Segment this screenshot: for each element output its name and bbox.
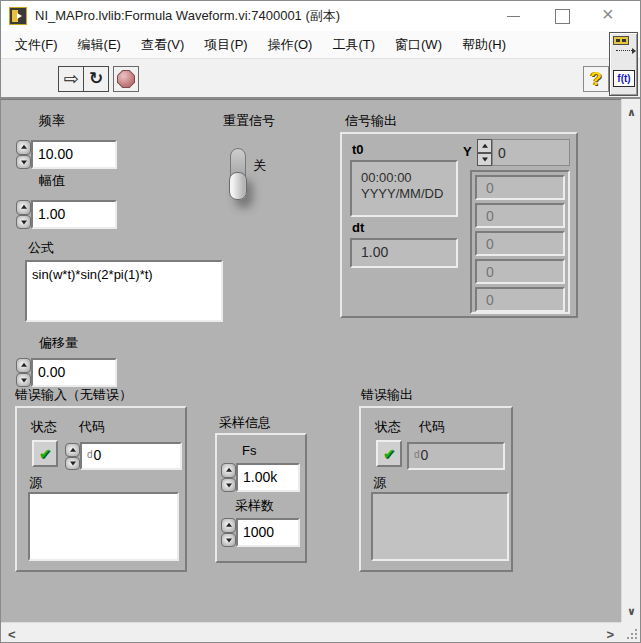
- run-continuously-button[interactable]: [83, 66, 109, 92]
- menu-tools[interactable]: 工具(T): [322, 31, 385, 58]
- offset-input[interactable]: 0.00: [31, 358, 117, 387]
- radix-mark: d: [87, 449, 93, 460]
- run-continuous-icon: [89, 70, 103, 87]
- y-array-cell: 0: [475, 175, 565, 200]
- error-out-status-boolean: [376, 440, 402, 467]
- vi-icon-banner: [613, 36, 629, 45]
- y-array-frame: 0 0 0 0 0: [470, 170, 570, 314]
- error-in-status-boolean[interactable]: [32, 440, 58, 467]
- y-array-cell: 0: [475, 259, 565, 284]
- offset-label: 偏移量: [39, 334, 78, 352]
- y-array-cell: 0: [475, 231, 565, 256]
- amplitude-input[interactable]: 1.00: [31, 200, 117, 229]
- y-index-input[interactable]: 0: [492, 139, 570, 166]
- radix-mark: d: [414, 449, 420, 460]
- error-in-code-input[interactable]: d0: [80, 442, 182, 470]
- error-out-source-indicator: [371, 492, 509, 561]
- dt-label: dt: [352, 220, 364, 235]
- menubar: 文件(F) 编辑(E) 查看(V) 项目(P) 操作(O) 工具(T) 窗口(W…: [1, 31, 640, 59]
- vi-front-panel-window: NI_MAPro.lvlib:Formula Waveform.vi:74000…: [0, 0, 641, 643]
- error-out-code-label: 代码: [419, 418, 445, 436]
- t0-label: t0: [352, 142, 364, 157]
- check-icon: [383, 445, 396, 462]
- scroll-left-icon[interactable]: [8, 625, 16, 643]
- frequency-stepper[interactable]: [16, 140, 31, 169]
- menu-help[interactable]: 帮助(H): [452, 31, 516, 58]
- error-out-source-label: 源: [373, 474, 386, 492]
- samples-label: 采样数: [235, 497, 274, 515]
- menu-view[interactable]: 查看(V): [131, 31, 194, 58]
- samples-stepper[interactable]: [221, 518, 236, 547]
- formula-label: 公式: [28, 239, 54, 257]
- y-label: Y: [463, 144, 472, 159]
- menu-project[interactable]: 项目(P): [194, 31, 257, 58]
- front-panel: 频率 10.00 幅值 1.00 公式 sin(w*t)*sin(2*pi(1)…: [1, 99, 621, 622]
- t0-time: 00:00:00: [361, 170, 456, 186]
- error-out-cluster: 状态 代码 d0 源: [359, 406, 513, 572]
- check-icon: [39, 445, 52, 462]
- context-help-button[interactable]: [583, 66, 609, 92]
- error-out-code-indicator: d0: [407, 442, 505, 470]
- y-array-cell: 0: [475, 203, 565, 228]
- run-arrow-icon: [63, 71, 78, 88]
- y-index-stepper[interactable]: [477, 139, 492, 166]
- resize-grip-icon[interactable]: [627, 629, 637, 639]
- signal-output-label: 信号输出: [345, 112, 397, 130]
- menu-window[interactable]: 窗口(W): [385, 31, 452, 58]
- stop-octagon-icon: [117, 70, 135, 88]
- reset-signal-label: 重置信号: [223, 112, 275, 130]
- formula-ft-icon: f(t): [613, 70, 635, 87]
- titlebar[interactable]: NI_MAPro.lvlib:Formula Waveform.vi:74000…: [1, 1, 640, 31]
- fs-input[interactable]: 1.00k: [236, 463, 300, 492]
- vi-icon: f(t): [609, 32, 638, 96]
- t0-indicator: 00:00:00 YYYY/MM/DD: [350, 160, 458, 217]
- maximize-button[interactable]: [540, 1, 584, 31]
- window-title: NI_MAPro.lvlib:Formula Waveform.vi:74000…: [35, 1, 340, 31]
- scroll-right-icon[interactable]: [606, 625, 614, 643]
- error-in-source-label: 源: [29, 474, 42, 492]
- formula-input[interactable]: sin(w*t)*sin(2*pi(1)*t): [25, 260, 223, 322]
- offset-stepper[interactable]: [16, 358, 31, 387]
- scroll-up-icon[interactable]: [627, 102, 636, 120]
- error-in-source-input[interactable]: [28, 492, 179, 561]
- y-array-cell: 0: [475, 287, 565, 312]
- scrollbar-corner: [621, 622, 640, 643]
- error-in-code-stepper[interactable]: [65, 443, 80, 470]
- reset-signal-state: 关: [253, 157, 266, 175]
- fs-label: Fs: [242, 443, 256, 458]
- minimize-button[interactable]: [492, 1, 536, 31]
- menu-file[interactable]: 文件(F): [5, 31, 68, 58]
- frequency-label: 频率: [39, 112, 65, 130]
- vi-icon-arrow: [616, 50, 634, 51]
- dt-indicator: 1.00: [350, 238, 458, 268]
- run-button[interactable]: [58, 66, 84, 92]
- t0-date: YYYY/MM/DD: [361, 186, 456, 202]
- menu-operate[interactable]: 操作(O): [258, 31, 323, 58]
- error-out-status-label: 状态: [375, 418, 401, 436]
- menu-edit[interactable]: 编辑(E): [68, 31, 131, 58]
- error-out-label: 错误输出: [361, 386, 413, 404]
- toolbar: [1, 59, 640, 99]
- error-in-label: 错误输入（无错误）: [15, 386, 132, 404]
- amplitude-stepper[interactable]: [16, 200, 31, 229]
- fs-stepper[interactable]: [221, 463, 236, 492]
- amplitude-label: 幅值: [39, 172, 65, 190]
- frequency-input[interactable]: 10.00: [31, 140, 117, 169]
- close-button[interactable]: [588, 1, 632, 31]
- sampling-info-label: 采样信息: [219, 414, 271, 432]
- error-in-status-label: 状态: [31, 418, 57, 436]
- vertical-scrollbar[interactable]: [621, 99, 640, 622]
- question-mark-icon: [590, 71, 602, 88]
- abort-button[interactable]: [113, 66, 139, 92]
- signal-output-cluster: t0 00:00:00 YYYY/MM/DD dt 1.00 Y 0 0 0 0…: [340, 132, 578, 318]
- error-in-cluster: 状态 代码 d0 源: [15, 406, 187, 572]
- reset-signal-toggle[interactable]: [229, 146, 249, 202]
- horizontal-scrollbar[interactable]: [1, 622, 621, 643]
- scroll-down-icon[interactable]: [627, 601, 636, 619]
- error-in-code-label: 代码: [79, 418, 105, 436]
- toggle-knob-icon[interactable]: [229, 172, 247, 200]
- labview-app-icon: [9, 7, 27, 25]
- sampling-info-cluster: Fs 1.00k 采样数 1000: [215, 433, 307, 563]
- samples-input[interactable]: 1000: [236, 518, 300, 547]
